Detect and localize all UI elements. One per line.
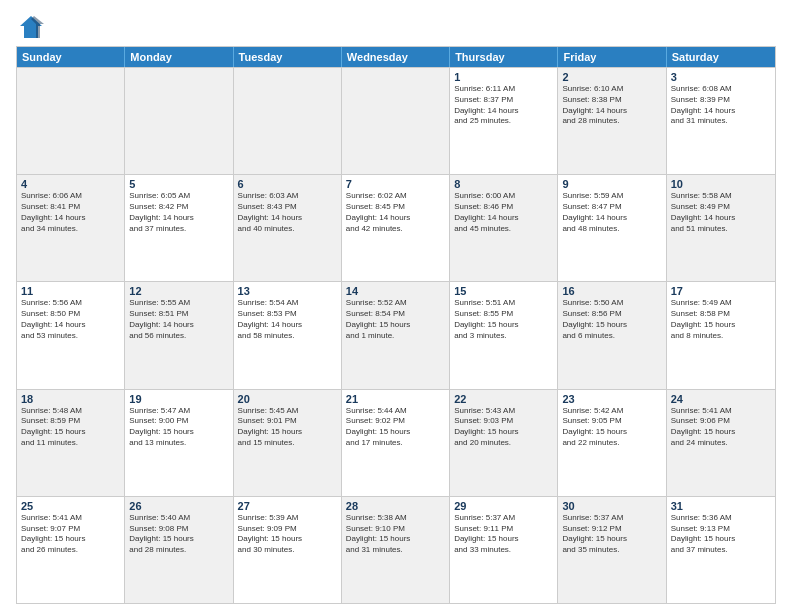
day-cell-17: 17Sunrise: 5:49 AM Sunset: 8:58 PM Dayli… [667, 282, 775, 388]
day-info: Sunrise: 5:43 AM Sunset: 9:03 PM Dayligh… [454, 406, 553, 449]
day-info: Sunrise: 5:47 AM Sunset: 9:00 PM Dayligh… [129, 406, 228, 449]
day-cell-27: 27Sunrise: 5:39 AM Sunset: 9:09 PM Dayli… [234, 497, 342, 603]
day-cell-6: 6Sunrise: 6:03 AM Sunset: 8:43 PM Daylig… [234, 175, 342, 281]
day-number: 8 [454, 178, 553, 190]
day-number: 17 [671, 285, 771, 297]
day-number: 6 [238, 178, 337, 190]
day-cell-20: 20Sunrise: 5:45 AM Sunset: 9:01 PM Dayli… [234, 390, 342, 496]
day-cell-26: 26Sunrise: 5:40 AM Sunset: 9:08 PM Dayli… [125, 497, 233, 603]
day-info: Sunrise: 5:51 AM Sunset: 8:55 PM Dayligh… [454, 298, 553, 341]
calendar-header-row: SundayMondayTuesdayWednesdayThursdayFrid… [17, 47, 775, 67]
header-cell-monday: Monday [125, 47, 233, 67]
calendar-body: 1Sunrise: 6:11 AM Sunset: 8:37 PM Daylig… [17, 67, 775, 603]
day-info: Sunrise: 5:42 AM Sunset: 9:05 PM Dayligh… [562, 406, 661, 449]
day-info: Sunrise: 6:08 AM Sunset: 8:39 PM Dayligh… [671, 84, 771, 127]
day-number: 22 [454, 393, 553, 405]
day-info: Sunrise: 5:49 AM Sunset: 8:58 PM Dayligh… [671, 298, 771, 341]
day-number: 1 [454, 71, 553, 83]
day-number: 30 [562, 500, 661, 512]
day-number: 5 [129, 178, 228, 190]
day-info: Sunrise: 5:44 AM Sunset: 9:02 PM Dayligh… [346, 406, 445, 449]
day-number: 25 [21, 500, 120, 512]
day-number: 4 [21, 178, 120, 190]
day-number: 29 [454, 500, 553, 512]
day-cell-16: 16Sunrise: 5:50 AM Sunset: 8:56 PM Dayli… [558, 282, 666, 388]
header-cell-thursday: Thursday [450, 47, 558, 67]
day-info: Sunrise: 5:52 AM Sunset: 8:54 PM Dayligh… [346, 298, 445, 341]
day-info: Sunrise: 6:02 AM Sunset: 8:45 PM Dayligh… [346, 191, 445, 234]
day-cell-29: 29Sunrise: 5:37 AM Sunset: 9:11 PM Dayli… [450, 497, 558, 603]
day-info: Sunrise: 6:11 AM Sunset: 8:37 PM Dayligh… [454, 84, 553, 127]
day-info: Sunrise: 6:03 AM Sunset: 8:43 PM Dayligh… [238, 191, 337, 234]
day-info: Sunrise: 5:50 AM Sunset: 8:56 PM Dayligh… [562, 298, 661, 341]
empty-cell [342, 68, 450, 174]
page: SundayMondayTuesdayWednesdayThursdayFrid… [0, 0, 792, 612]
day-info: Sunrise: 5:56 AM Sunset: 8:50 PM Dayligh… [21, 298, 120, 341]
day-cell-9: 9Sunrise: 5:59 AM Sunset: 8:47 PM Daylig… [558, 175, 666, 281]
day-cell-23: 23Sunrise: 5:42 AM Sunset: 9:05 PM Dayli… [558, 390, 666, 496]
day-cell-31: 31Sunrise: 5:36 AM Sunset: 9:13 PM Dayli… [667, 497, 775, 603]
day-info: Sunrise: 5:58 AM Sunset: 8:49 PM Dayligh… [671, 191, 771, 234]
header [16, 12, 776, 42]
day-info: Sunrise: 5:39 AM Sunset: 9:09 PM Dayligh… [238, 513, 337, 556]
day-info: Sunrise: 5:37 AM Sunset: 9:12 PM Dayligh… [562, 513, 661, 556]
day-info: Sunrise: 5:59 AM Sunset: 8:47 PM Dayligh… [562, 191, 661, 234]
day-info: Sunrise: 6:05 AM Sunset: 8:42 PM Dayligh… [129, 191, 228, 234]
day-info: Sunrise: 5:40 AM Sunset: 9:08 PM Dayligh… [129, 513, 228, 556]
empty-cell [234, 68, 342, 174]
empty-cell [17, 68, 125, 174]
day-info: Sunrise: 5:38 AM Sunset: 9:10 PM Dayligh… [346, 513, 445, 556]
header-cell-friday: Friday [558, 47, 666, 67]
header-cell-sunday: Sunday [17, 47, 125, 67]
day-number: 26 [129, 500, 228, 512]
day-info: Sunrise: 5:41 AM Sunset: 9:06 PM Dayligh… [671, 406, 771, 449]
day-number: 31 [671, 500, 771, 512]
day-cell-18: 18Sunrise: 5:48 AM Sunset: 8:59 PM Dayli… [17, 390, 125, 496]
logo-icon [16, 12, 46, 42]
day-info: Sunrise: 6:10 AM Sunset: 8:38 PM Dayligh… [562, 84, 661, 127]
day-info: Sunrise: 5:36 AM Sunset: 9:13 PM Dayligh… [671, 513, 771, 556]
day-cell-13: 13Sunrise: 5:54 AM Sunset: 8:53 PM Dayli… [234, 282, 342, 388]
day-number: 14 [346, 285, 445, 297]
day-cell-11: 11Sunrise: 5:56 AM Sunset: 8:50 PM Dayli… [17, 282, 125, 388]
day-number: 28 [346, 500, 445, 512]
logo [16, 12, 50, 42]
empty-cell [125, 68, 233, 174]
day-number: 16 [562, 285, 661, 297]
day-cell-7: 7Sunrise: 6:02 AM Sunset: 8:45 PM Daylig… [342, 175, 450, 281]
header-cell-tuesday: Tuesday [234, 47, 342, 67]
day-cell-22: 22Sunrise: 5:43 AM Sunset: 9:03 PM Dayli… [450, 390, 558, 496]
day-cell-4: 4Sunrise: 6:06 AM Sunset: 8:41 PM Daylig… [17, 175, 125, 281]
calendar-row-1: 1Sunrise: 6:11 AM Sunset: 8:37 PM Daylig… [17, 67, 775, 174]
day-info: Sunrise: 5:55 AM Sunset: 8:51 PM Dayligh… [129, 298, 228, 341]
day-number: 7 [346, 178, 445, 190]
day-cell-19: 19Sunrise: 5:47 AM Sunset: 9:00 PM Dayli… [125, 390, 233, 496]
day-number: 27 [238, 500, 337, 512]
day-cell-3: 3Sunrise: 6:08 AM Sunset: 8:39 PM Daylig… [667, 68, 775, 174]
day-number: 10 [671, 178, 771, 190]
day-cell-2: 2Sunrise: 6:10 AM Sunset: 8:38 PM Daylig… [558, 68, 666, 174]
header-cell-saturday: Saturday [667, 47, 775, 67]
day-cell-10: 10Sunrise: 5:58 AM Sunset: 8:49 PM Dayli… [667, 175, 775, 281]
day-cell-15: 15Sunrise: 5:51 AM Sunset: 8:55 PM Dayli… [450, 282, 558, 388]
day-info: Sunrise: 6:00 AM Sunset: 8:46 PM Dayligh… [454, 191, 553, 234]
day-info: Sunrise: 5:37 AM Sunset: 9:11 PM Dayligh… [454, 513, 553, 556]
day-cell-28: 28Sunrise: 5:38 AM Sunset: 9:10 PM Dayli… [342, 497, 450, 603]
calendar: SundayMondayTuesdayWednesdayThursdayFrid… [16, 46, 776, 604]
day-number: 12 [129, 285, 228, 297]
day-number: 11 [21, 285, 120, 297]
day-cell-5: 5Sunrise: 6:05 AM Sunset: 8:42 PM Daylig… [125, 175, 233, 281]
day-cell-1: 1Sunrise: 6:11 AM Sunset: 8:37 PM Daylig… [450, 68, 558, 174]
day-cell-24: 24Sunrise: 5:41 AM Sunset: 9:06 PM Dayli… [667, 390, 775, 496]
calendar-row-5: 25Sunrise: 5:41 AM Sunset: 9:07 PM Dayli… [17, 496, 775, 603]
day-info: Sunrise: 5:48 AM Sunset: 8:59 PM Dayligh… [21, 406, 120, 449]
day-cell-25: 25Sunrise: 5:41 AM Sunset: 9:07 PM Dayli… [17, 497, 125, 603]
day-number: 3 [671, 71, 771, 83]
day-cell-30: 30Sunrise: 5:37 AM Sunset: 9:12 PM Dayli… [558, 497, 666, 603]
day-number: 9 [562, 178, 661, 190]
day-number: 19 [129, 393, 228, 405]
calendar-row-3: 11Sunrise: 5:56 AM Sunset: 8:50 PM Dayli… [17, 281, 775, 388]
calendar-row-4: 18Sunrise: 5:48 AM Sunset: 8:59 PM Dayli… [17, 389, 775, 496]
day-cell-21: 21Sunrise: 5:44 AM Sunset: 9:02 PM Dayli… [342, 390, 450, 496]
day-info: Sunrise: 6:06 AM Sunset: 8:41 PM Dayligh… [21, 191, 120, 234]
